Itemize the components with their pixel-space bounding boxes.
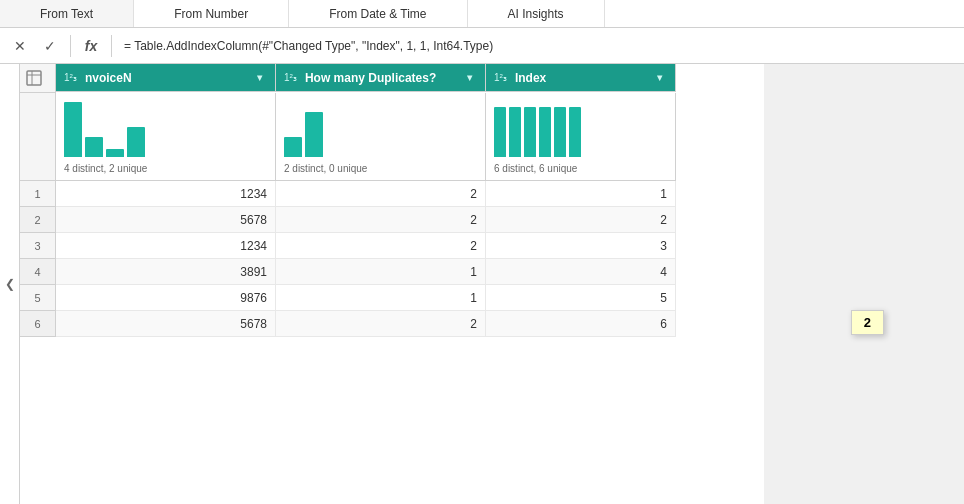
col-header-nvoicen[interactable]: 1²₃ nvoiceN ▾ bbox=[56, 64, 276, 92]
data-grid: 1²₃ nvoiceN ▾ 1²₃ How many Duplicates? ▾… bbox=[20, 64, 764, 504]
tab-from-date-time[interactable]: From Date & Time bbox=[289, 0, 467, 27]
row-num-0: 1 bbox=[20, 181, 56, 207]
data-cell-0-0: 1234 bbox=[56, 181, 276, 207]
preview-label-2: 6 distinct, 6 unique bbox=[494, 163, 577, 174]
data-cell-3-2: 4 bbox=[486, 259, 676, 285]
data-cell-1-1: 2 bbox=[276, 207, 486, 233]
confirm-button[interactable]: ✓ bbox=[38, 34, 62, 58]
formula-bar: ✕ ✓ fx = Table.AddIndexColumn(#"Changed … bbox=[0, 28, 964, 64]
data-cell-1-2: 2 bbox=[486, 207, 676, 233]
row-number-header bbox=[20, 64, 56, 93]
data-cell-2-2: 3 bbox=[486, 233, 676, 259]
main-area: ❮ 1²₃ nvoiceN ▾ 1²₃ How many bbox=[0, 64, 964, 504]
bar-2-5 bbox=[569, 107, 581, 157]
right-empty-area bbox=[764, 64, 964, 504]
row-num-5: 6 bbox=[20, 311, 56, 337]
formula-text[interactable]: = Table.AddIndexColumn(#"Changed Type", … bbox=[120, 37, 956, 55]
preview-label-0: 4 distinct, 2 unique bbox=[64, 163, 147, 174]
data-cell-3-1: 1 bbox=[276, 259, 486, 285]
data-cell-5-0: 5678 bbox=[56, 311, 276, 337]
preview-label-1: 2 distinct, 0 unique bbox=[284, 163, 367, 174]
table-row: 5987615 bbox=[20, 285, 764, 311]
data-cell-4-1: 1 bbox=[276, 285, 486, 311]
data-cell-5-1: 2 bbox=[276, 311, 486, 337]
bar-0-0 bbox=[64, 102, 82, 157]
data-cell-0-1: 2 bbox=[276, 181, 486, 207]
col-type-badge-2: 1²₃ bbox=[494, 72, 507, 83]
data-cell-0-2: 1 bbox=[486, 181, 676, 207]
collapse-button[interactable]: ❮ bbox=[0, 64, 20, 504]
svg-rect-0 bbox=[27, 71, 41, 85]
bar-1-1 bbox=[305, 112, 323, 157]
col-header-duplicates[interactable]: 1²₃ How many Duplicates? ▾ bbox=[276, 64, 486, 92]
preview-row: 4 distinct, 2 unique 2 distinct, 0 uniqu… bbox=[20, 93, 764, 181]
tab-from-text[interactable]: From Text bbox=[0, 0, 134, 27]
bar-2-3 bbox=[539, 107, 551, 157]
col-header-index[interactable]: 1²₃ Index ▾ bbox=[486, 64, 676, 92]
row-num-1: 2 bbox=[20, 207, 56, 233]
col-name-2: Index bbox=[515, 71, 546, 85]
preview-cell-1: 2 distinct, 0 unique bbox=[276, 93, 486, 181]
data-cell-1-0: 5678 bbox=[56, 207, 276, 233]
row-num-4: 5 bbox=[20, 285, 56, 311]
table-icon bbox=[26, 70, 42, 86]
chart-0 bbox=[64, 99, 267, 159]
table-row: 4389114 bbox=[20, 259, 764, 285]
row-num-2: 3 bbox=[20, 233, 56, 259]
data-cell-3-0: 3891 bbox=[56, 259, 276, 285]
preview-cell-2: 6 distinct, 6 unique bbox=[486, 93, 676, 181]
tooltip-box: 2 bbox=[851, 310, 884, 335]
col-dropdown-btn-0[interactable]: ▾ bbox=[251, 70, 267, 86]
bar-0-1 bbox=[85, 137, 103, 157]
row-num-3: 4 bbox=[20, 259, 56, 285]
col-dropdown-btn-1[interactable]: ▾ bbox=[461, 70, 477, 86]
data-cell-2-1: 2 bbox=[276, 233, 486, 259]
col-type-badge-1: 1²₃ bbox=[284, 72, 297, 83]
data-cell-4-2: 5 bbox=[486, 285, 676, 311]
preview-row-num bbox=[20, 93, 56, 181]
bar-0-2 bbox=[106, 149, 124, 157]
chart-1 bbox=[284, 99, 477, 159]
col-type-badge-0: 1²₃ bbox=[64, 72, 77, 83]
tab-from-number[interactable]: From Number bbox=[134, 0, 289, 27]
column-header-row: 1²₃ nvoiceN ▾ 1²₃ How many Duplicates? ▾… bbox=[20, 64, 764, 93]
tab-ai-insights[interactable]: AI Insights bbox=[468, 0, 605, 27]
formula-separator-2 bbox=[111, 35, 112, 57]
data-rows-container: 1123421256782231234234389114598761565678… bbox=[20, 181, 764, 337]
cancel-button[interactable]: ✕ bbox=[8, 34, 32, 58]
table-row: 2567822 bbox=[20, 207, 764, 233]
table-row: 6567826 bbox=[20, 311, 764, 337]
chart-2 bbox=[494, 99, 667, 159]
bar-2-4 bbox=[554, 107, 566, 157]
bar-2-0 bbox=[494, 107, 506, 157]
bar-0-3 bbox=[127, 127, 145, 157]
formula-separator bbox=[70, 35, 71, 57]
table-row: 3123423 bbox=[20, 233, 764, 259]
data-cell-2-0: 1234 bbox=[56, 233, 276, 259]
bar-2-1 bbox=[509, 107, 521, 157]
data-cell-4-0: 9876 bbox=[56, 285, 276, 311]
table-row: 1123421 bbox=[20, 181, 764, 207]
fx-button[interactable]: fx bbox=[79, 34, 103, 58]
top-tab-bar: From Text From Number From Date & Time A… bbox=[0, 0, 964, 28]
col-name-1: How many Duplicates? bbox=[305, 71, 436, 85]
col-name-0: nvoiceN bbox=[85, 71, 132, 85]
preview-cell-0: 4 distinct, 2 unique bbox=[56, 93, 276, 181]
data-cell-5-2: 6 bbox=[486, 311, 676, 337]
col-dropdown-btn-2[interactable]: ▾ bbox=[651, 70, 667, 86]
bar-2-2 bbox=[524, 107, 536, 157]
bar-1-0 bbox=[284, 137, 302, 157]
